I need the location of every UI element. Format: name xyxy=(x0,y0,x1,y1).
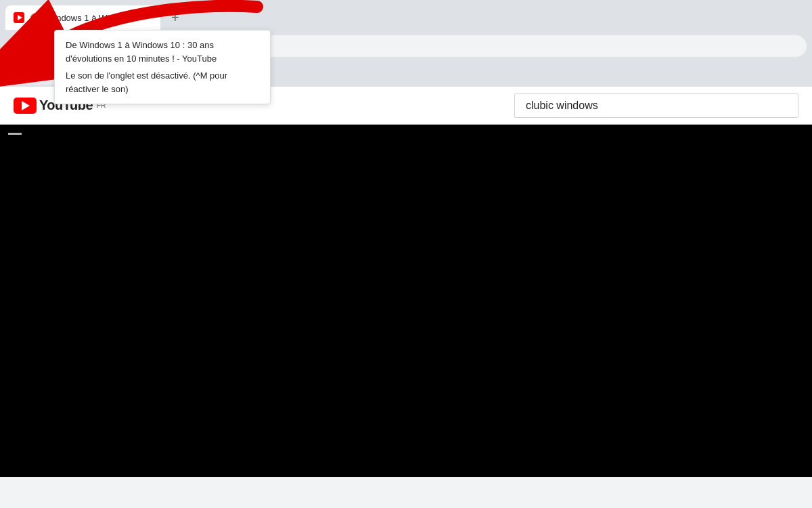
back-button[interactable]: ← xyxy=(5,37,24,56)
tab-bar: 🔇 Windows 1 à Windows × + De Windows 1 à… xyxy=(0,0,812,30)
yt-search-input[interactable] xyxy=(514,93,798,118)
new-tab-button[interactable]: + xyxy=(163,5,187,30)
tab-title: Windows 1 à Windows xyxy=(46,13,135,23)
back-button-2[interactable]: ← xyxy=(3,65,22,84)
video-player[interactable] xyxy=(0,125,812,477)
tooltip-title: De Windows 1 à Windows 10 : 30 ans d'évo… xyxy=(66,39,259,65)
yt-logo-icon xyxy=(14,98,37,114)
tab-mute-icon[interactable]: 🔇 xyxy=(30,13,41,23)
tab-close-button[interactable]: × xyxy=(140,12,152,24)
video-progress xyxy=(8,133,22,135)
browser-chrome: 🔇 Windows 1 à Windows × + De Windows 1 à… xyxy=(0,0,812,87)
page-content: YouTube FR xyxy=(0,87,812,477)
second-tab-favicon xyxy=(31,70,41,79)
reload-button[interactable]: ↻ xyxy=(30,37,49,56)
tooltip-status: Le son de l'onglet est désactivé. (^M po… xyxy=(66,69,259,96)
active-tab[interactable]: 🔇 Windows 1 à Windows × xyxy=(5,5,160,30)
tab-tooltip: De Windows 1 à Windows 10 : 30 ans d'évo… xyxy=(54,30,271,104)
tab-favicon xyxy=(14,12,24,23)
